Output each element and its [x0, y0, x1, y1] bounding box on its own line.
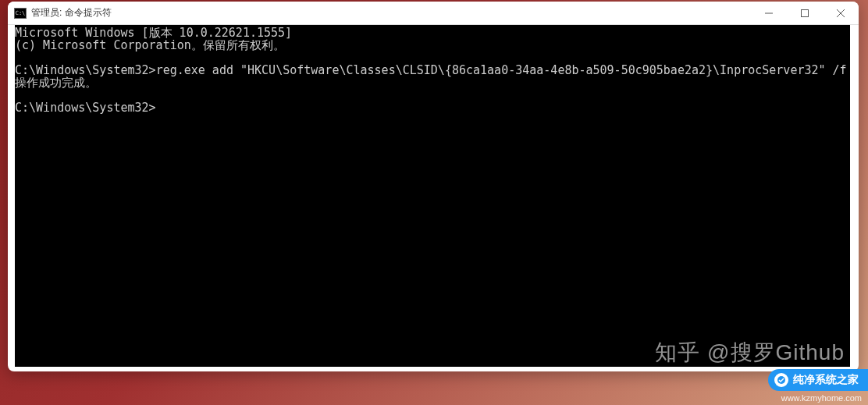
terminal-line: (c) Microsoft Corporation。保留所有权利。: [15, 38, 285, 52]
terminal-command: reg.exe add "HKCU\Software\Classes\CLSID…: [156, 63, 850, 77]
command-prompt-window: C:\ 管理员: 命令提示符 Microsoft Windows [版本 10.…: [8, 2, 859, 371]
cmd-icon: C:\: [14, 8, 27, 19]
titlebar[interactable]: C:\ 管理员: 命令提示符: [8, 2, 859, 25]
minimize-icon: [765, 9, 773, 17]
watermark-badge: 纯净系统之家: [768, 369, 868, 391]
maximize-button[interactable]: [787, 2, 823, 24]
maximize-icon: [801, 9, 809, 17]
minimize-button[interactable]: [751, 2, 787, 24]
terminal-prompt: C:\Windows\System32>: [15, 101, 156, 115]
window-controls: [751, 2, 859, 24]
terminal-output[interactable]: Microsoft Windows [版本 10.0.22621.1555] (…: [15, 25, 850, 367]
terminal-result: 操作成功完成。: [15, 76, 97, 90]
watermark-url: www.kzmyhome.com: [781, 393, 862, 403]
watermark-zhihu: 知乎 @搜罗Github: [655, 338, 845, 368]
window-title: 管理员: 命令提示符: [31, 6, 751, 20]
svg-rect-1: [802, 9, 809, 16]
close-button[interactable]: [823, 2, 859, 24]
badge-icon: [774, 373, 788, 387]
close-icon: [837, 9, 845, 17]
badge-text: 纯净系统之家: [793, 373, 859, 387]
